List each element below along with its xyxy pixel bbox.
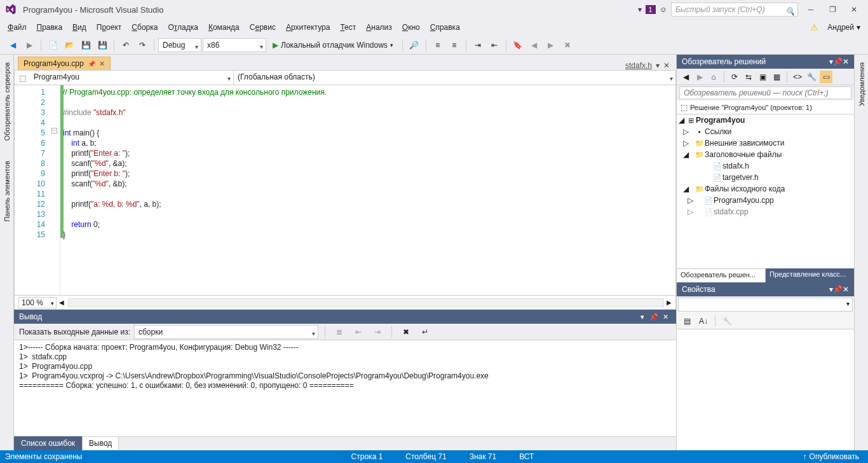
prev-bookmark-button[interactable]: ◀ <box>527 38 542 53</box>
menu-сборка[interactable]: Сборка <box>126 20 163 34</box>
folding-margin[interactable]: − <box>50 85 60 295</box>
menu-справка[interactable]: Справка <box>425 20 465 34</box>
flag-icon[interactable]: ▾ <box>638 5 642 14</box>
output-prev-button[interactable]: ⇤ <box>351 324 366 340</box>
feedback-icon[interactable]: ☺ <box>660 5 667 14</box>
pin-icon[interactable]: 📌 <box>88 60 95 67</box>
warning-icon[interactable]: ⚠ <box>810 22 818 32</box>
output-clear-button[interactable]: ✖ <box>398 324 414 340</box>
scroll-right-icon[interactable]: ▶ <box>667 299 672 306</box>
nav-scope-combo[interactable]: Program4you <box>30 71 233 85</box>
output-text[interactable]: 1>------ Сборка начата: проект: Program4… <box>14 340 676 436</box>
properties-object-combo[interactable] <box>678 298 853 312</box>
menu-архитектура[interactable]: Архитектура <box>281 20 336 34</box>
collapse-icon[interactable]: ▣ <box>756 71 769 83</box>
publish-button[interactable]: Опубликовать <box>810 452 859 461</box>
platform-combo[interactable]: x86 <box>203 38 266 52</box>
comment-button[interactable]: ≡ <box>430 38 445 53</box>
close-icon[interactable]: ✕ <box>99 60 105 68</box>
scroll-left-icon[interactable]: ◀ <box>59 299 64 306</box>
user-menu[interactable]: Андрей▾ <box>822 20 865 34</box>
quick-launch-input[interactable]: Быстрый запуск (Ctrl+Q) 🔍 <box>671 3 798 17</box>
config-combo[interactable]: Debug <box>158 38 201 52</box>
close-button[interactable]: ✕ <box>845 3 863 16</box>
code-area[interactable]: // Program4you.cpp: определяет точку вхо… <box>60 85 675 295</box>
h-scrollbar[interactable] <box>68 298 664 307</box>
panel-dropdown-icon[interactable]: ▾ <box>637 313 648 321</box>
panel-close-icon[interactable]: ✕ <box>843 57 849 66</box>
open-button[interactable]: 📂 <box>62 38 77 53</box>
save-button[interactable]: 💾 <box>78 38 93 53</box>
panel-pin-icon[interactable]: 📌 <box>833 285 843 294</box>
next-bookmark-button[interactable]: ▶ <box>543 38 559 53</box>
start-debug-button[interactable]: ▶ Локальный отладчик Windows ▾ <box>268 38 398 52</box>
solution-tree[interactable]: ◢⊞Program4you ▷▪Ссылки ▷📁Внешние зависим… <box>677 114 854 268</box>
categorized-icon[interactable]: ▤ <box>679 314 695 329</box>
save-all-button[interactable]: 💾 <box>95 38 110 53</box>
menu-правка[interactable]: Правка <box>32 20 68 34</box>
menu-команда[interactable]: Команда <box>203 20 245 34</box>
nav-scope-icon[interactable]: ⬚ <box>15 71 30 86</box>
nav-back-button[interactable]: ◀ <box>5 38 20 53</box>
output-source-combo[interactable]: сборки <box>134 325 318 339</box>
publish-icon[interactable]: ↑ <box>803 452 807 461</box>
panel-close-icon[interactable]: ✕ <box>660 313 671 321</box>
notifications-badge[interactable]: 1 <box>646 5 656 14</box>
home-icon[interactable]: ⌂ <box>707 71 720 83</box>
notifications-tab[interactable]: Уведомления <box>857 57 867 111</box>
code-editor[interactable]: 123456789101112131415 − // Program4you.c… <box>15 85 675 295</box>
menu-отладка[interactable]: Отладка <box>163 20 203 34</box>
nav-member-combo[interactable]: (Глобальная область) <box>234 71 675 85</box>
solution-search-input[interactable] <box>679 86 851 99</box>
sync-icon[interactable]: ⇆ <box>742 71 755 83</box>
clear-bookmarks-button[interactable]: ✖ <box>560 38 575 53</box>
menu-вид[interactable]: Вид <box>67 20 92 34</box>
find-button[interactable]: 🔎 <box>407 38 422 53</box>
maximize-button[interactable]: ❐ <box>824 3 841 16</box>
panel-close-icon[interactable]: ✕ <box>843 285 849 294</box>
menu-проект[interactable]: Проект <box>92 20 127 34</box>
bookmark-button[interactable]: 🔖 <box>510 38 526 53</box>
close-doc-icon[interactable]: ✕ <box>663 61 670 70</box>
undo-button[interactable]: ↶ <box>118 38 133 53</box>
properties-icon[interactable]: 🔧 <box>805 71 818 83</box>
menu-сервис[interactable]: Сервис <box>245 20 281 34</box>
outdent-button[interactable]: ⇤ <box>487 38 502 53</box>
zoom-combo[interactable]: 100 % <box>18 297 57 308</box>
fold-icon[interactable]: − <box>51 128 57 134</box>
property-pages-icon[interactable]: 🔧 <box>719 314 735 329</box>
output-wrap-button[interactable]: ↵ <box>417 324 433 340</box>
output-next-button[interactable]: ⇥ <box>370 324 385 340</box>
prev-doc-link[interactable]: stdafx.h <box>625 61 652 70</box>
server-explorer-tab[interactable]: Обозреватель серверов <box>2 57 12 146</box>
code-icon[interactable]: <> <box>791 71 804 83</box>
tab-class-view[interactable]: Представление класс... <box>766 268 854 282</box>
redo-button[interactable]: ↷ <box>135 38 150 53</box>
fwd-icon[interactable]: ▶ <box>693 71 706 83</box>
back-icon[interactable]: ◀ <box>679 71 692 83</box>
showall-icon[interactable]: ▦ <box>770 71 783 83</box>
preview-icon[interactable]: ▭ <box>820 71 832 83</box>
minimize-button[interactable]: ─ <box>802 3 820 16</box>
uncomment-button[interactable]: ≡ <box>447 38 462 53</box>
panel-pin-icon[interactable]: 📌 <box>833 57 843 66</box>
new-project-button[interactable]: 📄 <box>45 38 60 53</box>
tab-solution-explorer[interactable]: Обозреватель решен... <box>677 268 766 282</box>
doc-menu-icon[interactable]: ▾ <box>656 61 660 70</box>
menu-файл[interactable]: Файл <box>3 20 32 34</box>
solution-root[interactable]: Решение "Program4you" (проектов: 1) <box>690 104 812 111</box>
nav-fwd-button[interactable]: ▶ <box>22 38 37 53</box>
tab-output[interactable]: Вывод <box>82 436 119 450</box>
output-goto-button[interactable]: ≣ <box>332 324 347 340</box>
properties-grid[interactable] <box>677 329 854 450</box>
refresh-icon[interactable]: ⟳ <box>728 71 741 83</box>
indent-button[interactable]: ⇥ <box>470 38 485 53</box>
alphabetical-icon[interactable]: A↓ <box>696 314 711 329</box>
toolbox-tab[interactable]: Панель элементов <box>2 156 12 227</box>
menu-окно[interactable]: Окно <box>397 20 425 34</box>
panel-pin-icon[interactable]: 📌 <box>648 313 660 321</box>
menu-анализ[interactable]: Анализ <box>361 20 397 34</box>
menu-тест[interactable]: Тест <box>335 20 361 34</box>
doc-tab-program4you[interactable]: Program4you.cpp 📌 ✕ <box>18 57 111 70</box>
tab-error-list[interactable]: Список ошибок <box>14 436 82 450</box>
